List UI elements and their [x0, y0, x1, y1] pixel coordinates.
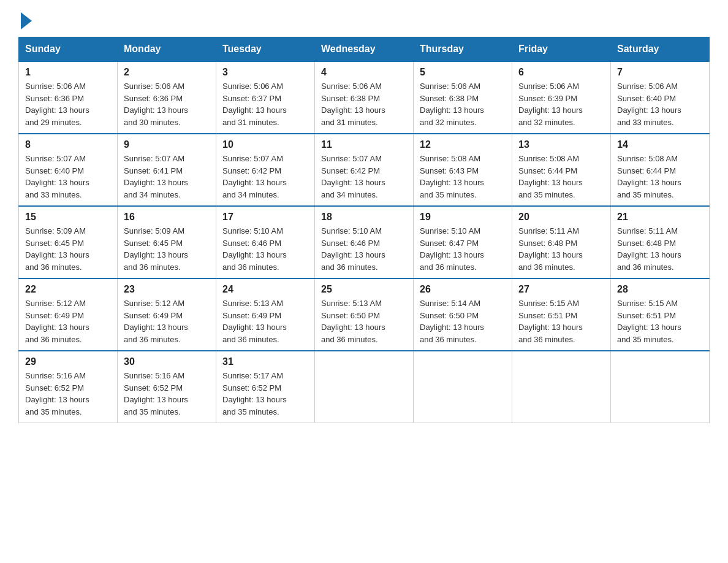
day-info: Sunrise: 5:06 AM Sunset: 6:40 PM Dayligh… — [617, 80, 703, 128]
week-row-5: 29 Sunrise: 5:16 AM Sunset: 6:52 PM Dayl… — [19, 351, 710, 423]
calendar-cell: 29 Sunrise: 5:16 AM Sunset: 6:52 PM Dayl… — [19, 351, 118, 423]
calendar-cell: 9 Sunrise: 5:07 AM Sunset: 6:41 PM Dayli… — [118, 134, 216, 206]
day-number: 9 — [124, 139, 210, 150]
day-number: 8 — [25, 139, 111, 150]
calendar-cell: 12 Sunrise: 5:08 AM Sunset: 6:43 PM Dayl… — [414, 134, 512, 206]
calendar-table: SundayMondayTuesdayWednesdayThursdayFrid… — [18, 37, 710, 423]
day-info: Sunrise: 5:16 AM Sunset: 6:52 PM Dayligh… — [25, 370, 111, 418]
day-number: 27 — [518, 284, 604, 295]
day-info: Sunrise: 5:06 AM Sunset: 6:39 PM Dayligh… — [518, 80, 604, 128]
calendar-cell: 5 Sunrise: 5:06 AM Sunset: 6:38 PM Dayli… — [414, 61, 512, 134]
calendar-cell: 7 Sunrise: 5:06 AM Sunset: 6:40 PM Dayli… — [611, 61, 710, 134]
calendar-cell: 24 Sunrise: 5:13 AM Sunset: 6:49 PM Dayl… — [216, 278, 315, 351]
calendar-cell: 2 Sunrise: 5:06 AM Sunset: 6:36 PM Dayli… — [118, 61, 216, 134]
week-row-2: 8 Sunrise: 5:07 AM Sunset: 6:40 PM Dayli… — [19, 134, 710, 206]
day-info: Sunrise: 5:06 AM Sunset: 6:38 PM Dayligh… — [321, 80, 407, 128]
calendar-header-row: SundayMondayTuesdayWednesdayThursdayFrid… — [19, 37, 710, 62]
day-number: 26 — [420, 284, 506, 295]
day-info: Sunrise: 5:07 AM Sunset: 6:41 PM Dayligh… — [124, 153, 210, 201]
calendar-cell — [315, 351, 414, 423]
day-info: Sunrise: 5:14 AM Sunset: 6:50 PM Dayligh… — [420, 297, 506, 345]
day-number: 14 — [617, 139, 703, 150]
header-monday: Monday — [118, 37, 216, 62]
day-info: Sunrise: 5:07 AM Sunset: 6:40 PM Dayligh… — [25, 153, 111, 201]
calendar-cell: 19 Sunrise: 5:10 AM Sunset: 6:47 PM Dayl… — [414, 206, 512, 278]
day-number: 12 — [420, 139, 506, 150]
day-info: Sunrise: 5:07 AM Sunset: 6:42 PM Dayligh… — [222, 153, 308, 201]
header-saturday: Saturday — [611, 37, 710, 62]
day-info: Sunrise: 5:12 AM Sunset: 6:49 PM Dayligh… — [25, 297, 111, 345]
calendar-cell: 28 Sunrise: 5:15 AM Sunset: 6:51 PM Dayl… — [611, 278, 710, 351]
header-wednesday: Wednesday — [315, 37, 414, 62]
day-number: 18 — [321, 212, 407, 223]
calendar-cell: 17 Sunrise: 5:10 AM Sunset: 6:46 PM Dayl… — [216, 206, 315, 278]
calendar-cell: 10 Sunrise: 5:07 AM Sunset: 6:42 PM Dayl… — [216, 134, 315, 206]
calendar-cell: 30 Sunrise: 5:16 AM Sunset: 6:52 PM Dayl… — [118, 351, 216, 423]
calendar-cell: 13 Sunrise: 5:08 AM Sunset: 6:44 PM Dayl… — [512, 134, 611, 206]
week-row-3: 15 Sunrise: 5:09 AM Sunset: 6:45 PM Dayl… — [19, 206, 710, 278]
day-number: 7 — [617, 67, 703, 78]
day-number: 28 — [617, 284, 703, 295]
calendar-cell: 8 Sunrise: 5:07 AM Sunset: 6:40 PM Dayli… — [19, 134, 118, 206]
calendar-cell: 25 Sunrise: 5:13 AM Sunset: 6:50 PM Dayl… — [315, 278, 414, 351]
day-info: Sunrise: 5:10 AM Sunset: 6:46 PM Dayligh… — [222, 225, 308, 273]
calendar-cell — [512, 351, 611, 423]
calendar-cell: 31 Sunrise: 5:17 AM Sunset: 6:52 PM Dayl… — [216, 351, 315, 423]
calendar-cell: 21 Sunrise: 5:11 AM Sunset: 6:48 PM Dayl… — [611, 206, 710, 278]
day-info: Sunrise: 5:16 AM Sunset: 6:52 PM Dayligh… — [124, 370, 210, 418]
day-info: Sunrise: 5:13 AM Sunset: 6:49 PM Dayligh… — [222, 297, 308, 345]
page-header — [18, 12, 710, 26]
day-info: Sunrise: 5:11 AM Sunset: 6:48 PM Dayligh… — [518, 225, 604, 273]
day-info: Sunrise: 5:17 AM Sunset: 6:52 PM Dayligh… — [222, 370, 308, 418]
day-number: 20 — [518, 212, 604, 223]
header-friday: Friday — [512, 37, 611, 62]
day-info: Sunrise: 5:06 AM Sunset: 6:36 PM Dayligh… — [25, 80, 111, 128]
calendar-cell: 20 Sunrise: 5:11 AM Sunset: 6:48 PM Dayl… — [512, 206, 611, 278]
day-info: Sunrise: 5:10 AM Sunset: 6:47 PM Dayligh… — [420, 225, 506, 273]
week-row-1: 1 Sunrise: 5:06 AM Sunset: 6:36 PM Dayli… — [19, 61, 710, 134]
calendar-cell: 27 Sunrise: 5:15 AM Sunset: 6:51 PM Dayl… — [512, 278, 611, 351]
day-number: 11 — [321, 139, 407, 150]
day-number: 19 — [420, 212, 506, 223]
day-info: Sunrise: 5:09 AM Sunset: 6:45 PM Dayligh… — [25, 225, 111, 273]
day-info: Sunrise: 5:12 AM Sunset: 6:49 PM Dayligh… — [124, 297, 210, 345]
day-number: 24 — [222, 284, 308, 295]
day-number: 29 — [25, 356, 111, 367]
day-number: 16 — [124, 212, 210, 223]
day-info: Sunrise: 5:07 AM Sunset: 6:42 PM Dayligh… — [321, 153, 407, 201]
calendar-cell: 22 Sunrise: 5:12 AM Sunset: 6:49 PM Dayl… — [19, 278, 118, 351]
day-number: 2 — [124, 67, 210, 78]
day-number: 15 — [25, 212, 111, 223]
calendar-cell: 4 Sunrise: 5:06 AM Sunset: 6:38 PM Dayli… — [315, 61, 414, 134]
day-number: 3 — [222, 67, 308, 78]
day-info: Sunrise: 5:08 AM Sunset: 6:44 PM Dayligh… — [518, 153, 604, 201]
calendar-cell: 14 Sunrise: 5:08 AM Sunset: 6:44 PM Dayl… — [611, 134, 710, 206]
day-number: 4 — [321, 67, 407, 78]
calendar-cell: 16 Sunrise: 5:09 AM Sunset: 6:45 PM Dayl… — [118, 206, 216, 278]
day-info: Sunrise: 5:06 AM Sunset: 6:38 PM Dayligh… — [420, 80, 506, 128]
header-tuesday: Tuesday — [216, 37, 315, 62]
day-number: 30 — [124, 356, 210, 367]
calendar-cell: 26 Sunrise: 5:14 AM Sunset: 6:50 PM Dayl… — [414, 278, 512, 351]
day-number: 17 — [222, 212, 308, 223]
day-info: Sunrise: 5:06 AM Sunset: 6:36 PM Dayligh… — [124, 80, 210, 128]
day-number: 31 — [222, 356, 308, 367]
logo-arrow-icon — [21, 12, 32, 29]
day-number: 6 — [518, 67, 604, 78]
calendar-cell: 1 Sunrise: 5:06 AM Sunset: 6:36 PM Dayli… — [19, 61, 118, 134]
calendar-cell: 11 Sunrise: 5:07 AM Sunset: 6:42 PM Dayl… — [315, 134, 414, 206]
day-info: Sunrise: 5:13 AM Sunset: 6:50 PM Dayligh… — [321, 297, 407, 345]
day-number: 23 — [124, 284, 210, 295]
calendar-cell: 23 Sunrise: 5:12 AM Sunset: 6:49 PM Dayl… — [118, 278, 216, 351]
day-number: 25 — [321, 284, 407, 295]
day-number: 13 — [518, 139, 604, 150]
day-info: Sunrise: 5:09 AM Sunset: 6:45 PM Dayligh… — [124, 225, 210, 273]
calendar-cell — [414, 351, 512, 423]
day-info: Sunrise: 5:10 AM Sunset: 6:46 PM Dayligh… — [321, 225, 407, 273]
calendar-cell: 15 Sunrise: 5:09 AM Sunset: 6:45 PM Dayl… — [19, 206, 118, 278]
calendar-cell: 18 Sunrise: 5:10 AM Sunset: 6:46 PM Dayl… — [315, 206, 414, 278]
day-info: Sunrise: 5:06 AM Sunset: 6:37 PM Dayligh… — [222, 80, 308, 128]
logo — [18, 12, 32, 26]
day-info: Sunrise: 5:11 AM Sunset: 6:48 PM Dayligh… — [617, 225, 703, 273]
day-info: Sunrise: 5:15 AM Sunset: 6:51 PM Dayligh… — [617, 297, 703, 345]
